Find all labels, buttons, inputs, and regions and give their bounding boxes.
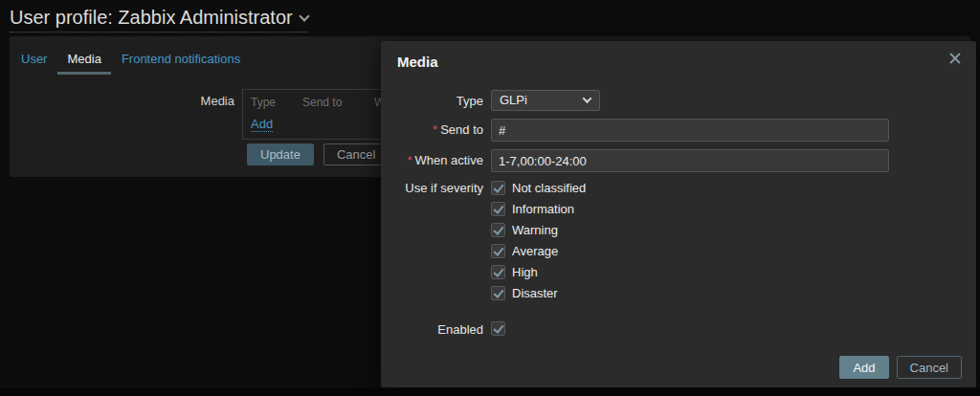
modal-body: Type GLPi *Send to *When active: [381, 70, 976, 337]
update-button[interactable]: Update: [247, 143, 314, 165]
type-select[interactable]: GLPi: [491, 90, 600, 111]
modal-cancel-button[interactable]: Cancel: [897, 356, 962, 379]
checkbox-checked-icon[interactable]: [491, 181, 505, 195]
chevron-down-icon: [299, 11, 309, 21]
media-table-header-type: Type: [251, 96, 302, 109]
required-asterisk: *: [407, 153, 412, 167]
when-active-label: *When active: [397, 149, 483, 167]
tab-user[interactable]: User: [11, 48, 56, 75]
type-label: Type: [397, 90, 483, 108]
severity-option-high[interactable]: High: [491, 264, 586, 279]
type-row: Type GLPi: [397, 90, 960, 111]
media-add-link[interactable]: Add: [251, 117, 273, 132]
send-to-row: *Send to: [397, 119, 960, 142]
profile-cancel-button[interactable]: Cancel: [323, 143, 389, 165]
tab-media[interactable]: Media: [57, 48, 110, 75]
profile-form-actions: Update Cancel: [247, 143, 389, 165]
severity-option-not-classified[interactable]: Not classified: [491, 180, 586, 195]
checkbox-checked-icon[interactable]: [491, 265, 505, 279]
severity-option-warning[interactable]: Warning: [491, 222, 586, 237]
severity-option-disaster[interactable]: Disaster: [491, 285, 586, 300]
when-active-row: *When active: [397, 149, 960, 172]
modal-title: Media: [397, 54, 438, 70]
enabled-label: Enabled: [397, 321, 483, 337]
bottom-strip: [0, 388, 980, 396]
send-to-input[interactable]: [491, 119, 889, 142]
severity-option-average[interactable]: Average: [491, 243, 586, 258]
required-asterisk: *: [433, 122, 437, 137]
page: User profile: Zabbix Administrator User …: [0, 0, 980, 396]
add-button[interactable]: Add: [839, 356, 888, 379]
type-select-value: GLPi: [500, 93, 527, 107]
enabled-row: Enabled: [397, 321, 960, 337]
severity-label: Use if severity: [397, 180, 483, 195]
media-modal: Media Type GLPi *Send to: [381, 41, 976, 387]
enabled-checkbox[interactable]: [491, 321, 505, 336]
modal-header: Media: [381, 41, 976, 70]
checkbox-checked-icon[interactable]: [491, 223, 505, 237]
checkbox-checked-icon[interactable]: [491, 244, 505, 258]
send-to-label: *Send to: [397, 119, 483, 137]
page-title[interactable]: User profile: Zabbix Administrator: [10, 7, 308, 33]
checkbox-checked-icon[interactable]: [491, 202, 505, 216]
tab-frontend-notifications[interactable]: Frontend notifications: [112, 48, 250, 75]
checkbox-checked-icon[interactable]: [491, 286, 505, 300]
close-button[interactable]: [947, 50, 964, 67]
title-bar: User profile: Zabbix Administrator: [0, 0, 980, 36]
severity-checkbox-list: Not classified Information Warning Avera…: [491, 180, 586, 306]
media-field-label: Media: [10, 94, 234, 108]
close-icon: [948, 57, 962, 59]
modal-footer: Add Cancel: [839, 356, 962, 379]
chevron-down-icon: [583, 94, 592, 103]
when-active-input[interactable]: [491, 149, 889, 172]
severity-option-information[interactable]: Information: [491, 201, 586, 216]
severity-row: Use if severity Not classified Informati…: [397, 180, 960, 306]
media-table-header-sendto: Send to: [302, 96, 374, 109]
page-title-text: User profile: Zabbix Administrator: [10, 7, 293, 29]
